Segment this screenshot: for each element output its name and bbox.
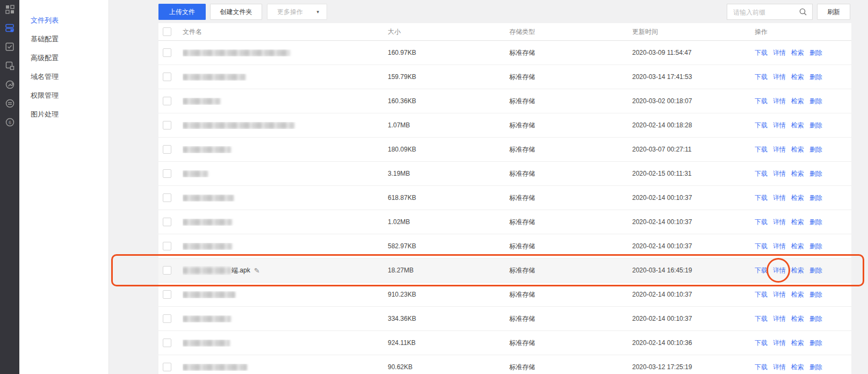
download-link[interactable]: 下载 bbox=[755, 146, 768, 153]
retrieve-link[interactable]: 检索 bbox=[791, 242, 804, 250]
delete-link[interactable]: 删除 bbox=[809, 242, 822, 250]
row-checkbox[interactable] bbox=[163, 218, 171, 226]
download-link[interactable]: 下载 bbox=[755, 170, 768, 177]
download-link[interactable]: 下载 bbox=[755, 97, 768, 105]
delete-link[interactable]: 删除 bbox=[809, 267, 822, 274]
overview-grid-icon[interactable] bbox=[5, 4, 15, 14]
details-link[interactable]: 详情 bbox=[773, 339, 786, 347]
retrieve-link[interactable]: 检索 bbox=[791, 121, 804, 129]
storage-class: 标准存储 bbox=[509, 97, 632, 106]
row-checkbox[interactable] bbox=[163, 193, 171, 202]
retrieve-link[interactable]: 检索 bbox=[791, 49, 804, 56]
delete-link[interactable]: 删除 bbox=[809, 291, 822, 298]
download-link[interactable]: 下载 bbox=[755, 194, 768, 202]
row-checkbox[interactable] bbox=[163, 145, 171, 154]
details-link[interactable]: 详情 bbox=[773, 291, 786, 298]
row-checkbox[interactable] bbox=[163, 121, 171, 130]
download-link[interactable]: 下载 bbox=[755, 267, 768, 274]
table-row: 618.87KB 标准存储 2020-02-14 00:10:37 下载详情检索… bbox=[158, 186, 851, 210]
sidebar-item[interactable]: 域名管理 bbox=[19, 67, 108, 86]
download-link[interactable]: 下载 bbox=[755, 291, 768, 298]
sidebar-item[interactable]: 图片处理 bbox=[19, 105, 108, 124]
image-migration-icon[interactable] bbox=[5, 61, 15, 70]
row-checkbox[interactable] bbox=[163, 97, 171, 105]
download-link[interactable]: 下载 bbox=[755, 73, 768, 81]
retrieve-link[interactable]: 检索 bbox=[791, 291, 804, 298]
bucket-storage-icon[interactable] bbox=[5, 23, 15, 33]
more-actions-dropdown[interactable]: 更多操作 ▾ bbox=[267, 4, 327, 20]
tools-wrench-icon[interactable] bbox=[5, 80, 15, 89]
delete-link[interactable]: 删除 bbox=[809, 97, 822, 105]
delete-link[interactable]: 删除 bbox=[809, 121, 822, 129]
updated-time: 2020-03-14 16:45:19 bbox=[632, 267, 755, 274]
sidebar-item[interactable]: 文件列表 bbox=[19, 11, 108, 30]
retrieve-link[interactable]: 检索 bbox=[791, 73, 804, 81]
download-link[interactable]: 下载 bbox=[755, 363, 768, 371]
details-link[interactable]: 详情 bbox=[773, 73, 786, 81]
details-link[interactable]: 详情 bbox=[773, 170, 786, 177]
row-checkbox[interactable] bbox=[163, 169, 171, 178]
row-checkbox[interactable] bbox=[163, 339, 171, 347]
download-link[interactable]: 下载 bbox=[755, 218, 768, 226]
file-size: 618.87KB bbox=[388, 194, 509, 202]
create-folder-button[interactable]: 创建文件夹 bbox=[210, 4, 262, 20]
upload-file-button[interactable]: 上传文件 bbox=[158, 4, 206, 20]
retrieve-link[interactable]: 检索 bbox=[791, 315, 804, 322]
download-link[interactable]: 下载 bbox=[755, 121, 768, 129]
details-link[interactable]: 详情 bbox=[773, 49, 786, 56]
details-link[interactable]: 详情 bbox=[773, 97, 786, 105]
details-link[interactable]: 详情 bbox=[773, 363, 786, 371]
chevron-down-icon: ▾ bbox=[316, 4, 319, 19]
refresh-button[interactable]: 刷新 bbox=[817, 4, 850, 20]
row-checkbox[interactable] bbox=[163, 314, 171, 323]
retrieve-link[interactable]: 检索 bbox=[791, 363, 804, 371]
download-link[interactable]: 下载 bbox=[755, 339, 768, 347]
delete-link[interactable]: 删除 bbox=[809, 315, 822, 322]
row-actions: 下载详情检索删除 bbox=[755, 121, 851, 130]
sidebar-item[interactable]: 权限管理 bbox=[19, 86, 108, 105]
delete-link[interactable]: 删除 bbox=[809, 339, 822, 347]
row-checkbox[interactable] bbox=[163, 242, 171, 250]
data-circle-icon[interactable]: 6 bbox=[5, 117, 15, 127]
select-all-checkbox[interactable] bbox=[163, 27, 171, 36]
delete-link[interactable]: 删除 bbox=[809, 218, 822, 226]
task-check-icon[interactable] bbox=[5, 42, 15, 52]
row-actions: 下载详情检索删除 bbox=[755, 73, 851, 82]
delete-link[interactable]: 删除 bbox=[809, 49, 822, 56]
monitor-lines-icon[interactable] bbox=[5, 98, 15, 108]
details-link[interactable]: 详情 bbox=[773, 267, 786, 274]
retrieve-link[interactable]: 检索 bbox=[791, 267, 804, 274]
details-link[interactable]: 详情 bbox=[773, 218, 786, 226]
retrieve-link[interactable]: 检索 bbox=[791, 339, 804, 347]
retrieve-link[interactable]: 检索 bbox=[791, 218, 804, 226]
row-checkbox[interactable] bbox=[163, 290, 171, 299]
download-link[interactable]: 下载 bbox=[755, 242, 768, 250]
row-checkbox[interactable] bbox=[163, 48, 171, 57]
prefix-search-input[interactable] bbox=[732, 5, 798, 20]
download-link[interactable]: 下载 bbox=[755, 315, 768, 322]
row-checkbox[interactable] bbox=[163, 363, 171, 371]
delete-link[interactable]: 删除 bbox=[809, 73, 822, 81]
file-size: 334.36KB bbox=[388, 315, 509, 322]
retrieve-link[interactable]: 检索 bbox=[791, 194, 804, 202]
rename-pencil-icon[interactable]: ✎ bbox=[254, 267, 260, 275]
storage-class: 标准存储 bbox=[509, 242, 632, 251]
row-checkbox[interactable] bbox=[163, 266, 171, 275]
details-link[interactable]: 详情 bbox=[773, 146, 786, 153]
details-link[interactable]: 详情 bbox=[773, 194, 786, 202]
download-link[interactable]: 下载 bbox=[755, 49, 768, 56]
delete-link[interactable]: 删除 bbox=[809, 146, 822, 153]
delete-link[interactable]: 删除 bbox=[809, 170, 822, 177]
delete-link[interactable]: 删除 bbox=[809, 194, 822, 202]
row-checkbox[interactable] bbox=[163, 73, 171, 81]
search-icon[interactable] bbox=[799, 8, 807, 18]
sidebar-item[interactable]: 高级配置 bbox=[19, 48, 108, 67]
retrieve-link[interactable]: 检索 bbox=[791, 146, 804, 153]
retrieve-link[interactable]: 检索 bbox=[791, 170, 804, 177]
details-link[interactable]: 详情 bbox=[773, 315, 786, 322]
details-link[interactable]: 详情 bbox=[773, 242, 786, 250]
delete-link[interactable]: 删除 bbox=[809, 363, 822, 371]
details-link[interactable]: 详情 bbox=[773, 121, 786, 129]
sidebar-item[interactable]: 基础配置 bbox=[19, 30, 108, 48]
retrieve-link[interactable]: 检索 bbox=[791, 97, 804, 105]
